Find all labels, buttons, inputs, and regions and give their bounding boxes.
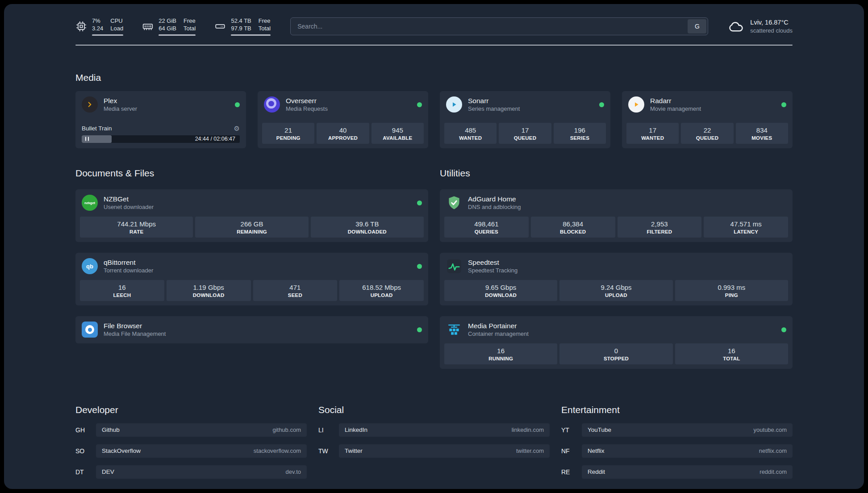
bookmark-link-twitter[interactable]: Twitter twitter.com — [339, 444, 550, 458]
stat-ping: 0.993 ms PING — [675, 280, 788, 301]
app-subtitle: Container management — [468, 330, 529, 338]
app-name: NZBGet — [104, 195, 154, 204]
bookmark-abbr: YT — [561, 426, 576, 434]
bookmark-abbr: LI — [318, 426, 334, 434]
app-header: qb qBittorrent Torrent downloader — [75, 253, 428, 280]
app-name: Speedtest — [468, 258, 517, 267]
bookmark-link-github[interactable]: Github github.com — [96, 423, 307, 437]
app-card-qbittorrent[interactable]: qb qBittorrent Torrent downloader 16 LEE… — [75, 253, 428, 305]
utilities-column: Utilities AdGuard Home DNS and adblockin… — [440, 168, 793, 369]
bookmark-link-dev[interactable]: DEV dev.to — [96, 465, 307, 479]
stat-queued: 17 QUEUED — [499, 123, 551, 144]
bookmark-abbr: SO — [75, 447, 91, 455]
app-subtitle: Series management — [468, 105, 520, 113]
status-dot — [781, 327, 786, 332]
memory-usage-meter — [159, 34, 196, 36]
app-stats: 485 WANTED 17 QUEUED 196 SERIES — [440, 123, 610, 148]
stat-remaining: 266 GB REMAINING — [195, 217, 308, 238]
stat-download: 9.65 Gbps DOWNLOAD — [444, 280, 557, 301]
section-title-entertainment: Entertainment — [561, 405, 793, 415]
stat-running: 16 RUNNING — [444, 343, 557, 364]
app-header: Sonarr Series management — [440, 91, 610, 118]
settings-gear-icon[interactable]: ⚙ — [234, 125, 240, 132]
bookmark-abbr: DT — [75, 468, 91, 476]
status-dot — [417, 327, 422, 332]
stat-stopped: 0 STOPPED — [559, 343, 672, 364]
app-stats: 744.21 Mbps RATE 266 GB REMAINING 39.6 T… — [75, 217, 428, 242]
memory-label-bottom: Total — [184, 25, 196, 33]
bookmark-abbr: TW — [318, 447, 334, 455]
bookmark-row: NF Netflix netflix.com — [561, 444, 793, 458]
search-input[interactable] — [292, 23, 688, 30]
bookmark-row: GH Github github.com — [75, 423, 307, 437]
app-card-nzbget[interactable]: nzbget NZBGet Usenet downloader 744.21 M… — [75, 189, 428, 242]
pause-button[interactable] — [85, 137, 89, 141]
bookmark-group-social: Social LI LinkedIn linkedin.com TW Twitt… — [318, 405, 550, 486]
app-subtitle: DNS and adblocking — [468, 204, 521, 211]
bookmark-group-developer: Developer GH Github github.com SO StackO… — [75, 405, 307, 486]
app-card-sonarr[interactable]: Sonarr Series management 485 WANTED 17 Q… — [440, 91, 610, 148]
app-card-overseerr[interactable]: Overseerr Media Requests 21 PENDING 40 A… — [258, 91, 428, 148]
stat-queued: 22 QUEUED — [681, 123, 733, 144]
app-card-portainer[interactable]: Media Portainer Container management 16 … — [440, 316, 793, 369]
playback-time: 24:44 / 02:06:47 — [195, 136, 235, 142]
weather-location: Lviv, 16.87°C — [750, 18, 793, 27]
disk-free-value: 52.4 TB — [231, 17, 251, 25]
status-dot — [417, 264, 422, 269]
app-card-speedtest[interactable]: Speedtest Speedtest Tracking 9.65 Gbps D… — [440, 253, 793, 305]
middle-columns: Documents & Files nzbget NZBGet Usenet d… — [75, 168, 793, 369]
stat-seed: 471 SEED — [253, 280, 338, 301]
portainer-icon — [446, 322, 462, 338]
radarr-icon — [628, 96, 644, 113]
app-card-plex[interactable]: Plex Media server Bullet Train ⚙ 24:44 /… — [75, 91, 246, 148]
stat-download: 1.19 Gbps DOWNLOAD — [167, 280, 251, 301]
stat-blocked: 86,384 BLOCKED — [531, 217, 615, 238]
bookmark-row: DT DEV dev.to — [75, 465, 307, 479]
overseerr-icon — [264, 96, 280, 113]
plex-icon — [82, 96, 98, 113]
app-stats: 16 LEECH 1.19 Gbps DOWNLOAD 471 SEED 6 — [75, 280, 428, 305]
section-title-developer: Developer — [75, 405, 307, 415]
app-stats: 9.65 Gbps DOWNLOAD 9.24 Gbps UPLOAD 0.99… — [440, 280, 793, 305]
memory-widget: 22 GiB 64 GiB Free Total — [142, 17, 196, 36]
app-header: AdGuard Home DNS and adblocking — [440, 189, 793, 217]
app-name: Radarr — [650, 96, 701, 105]
status-dot — [599, 102, 604, 107]
main-content: Media Plex Media server Bullet Train — [4, 46, 864, 486]
weather-condition: scattered clouds — [750, 27, 793, 35]
app-header: Overseerr Media Requests — [258, 91, 428, 118]
search-provider-button[interactable]: G — [688, 19, 706, 33]
app-card-adguard[interactable]: AdGuard Home DNS and adblocking 498,461 … — [440, 189, 793, 242]
bookmark-link-reddit[interactable]: Reddit reddit.com — [582, 465, 793, 479]
bookmark-abbr: RE — [561, 468, 576, 476]
app-stats: 21 PENDING 40 APPROVED 945 AVAILABLE — [258, 123, 428, 148]
status-dot — [417, 102, 422, 107]
stat-downloaded: 39.6 TB DOWNLOADED — [311, 217, 424, 238]
app-name: Media Portainer — [468, 322, 529, 330]
memory-total-value: 64 GiB — [159, 25, 176, 33]
app-name: File Browser — [104, 322, 166, 330]
bookmark-link-youtube[interactable]: YouTube youtube.com — [582, 423, 793, 437]
app-name: qBittorrent — [104, 258, 153, 267]
section-title-social: Social — [318, 405, 550, 415]
qbittorrent-icon: qb — [82, 258, 98, 274]
disk-total-value: 97.9 TB — [231, 25, 251, 33]
now-playing-title: Bullet Train — [82, 125, 112, 132]
status-dot — [781, 102, 786, 107]
media-grid: Plex Media server Bullet Train ⚙ 24:44 /… — [75, 91, 793, 148]
disk-widget: 52.4 TB 97.9 TB Free Total — [214, 17, 271, 36]
app-stats: 17 WANTED 22 QUEUED 834 MOVIES — [622, 123, 793, 148]
stat-pending: 21 PENDING — [262, 123, 314, 144]
app-card-radarr[interactable]: Radarr Movie management 17 WANTED 22 QUE… — [622, 91, 793, 148]
bookmark-link-linkedin[interactable]: LinkedIn linkedin.com — [339, 423, 550, 437]
bookmark-link-netflix[interactable]: Netflix netflix.com — [582, 444, 793, 458]
app-card-filebrowser[interactable]: File Browser Media File Management — [75, 316, 428, 343]
bookmark-abbr: NF — [561, 447, 576, 455]
bookmark-link-stackoverflow[interactable]: StackOverflow stackoverflow.com — [96, 444, 307, 458]
top-bar: 7% 3.24 CPU Load — [4, 4, 864, 36]
app-name: Plex — [104, 96, 137, 105]
bookmark-row: SO StackOverflow stackoverflow.com — [75, 444, 307, 458]
app-subtitle: Movie management — [650, 105, 701, 113]
app-header: Plex Media server — [75, 91, 246, 118]
playback-progress-bar[interactable]: 24:44 / 02:06:47 — [82, 135, 240, 143]
